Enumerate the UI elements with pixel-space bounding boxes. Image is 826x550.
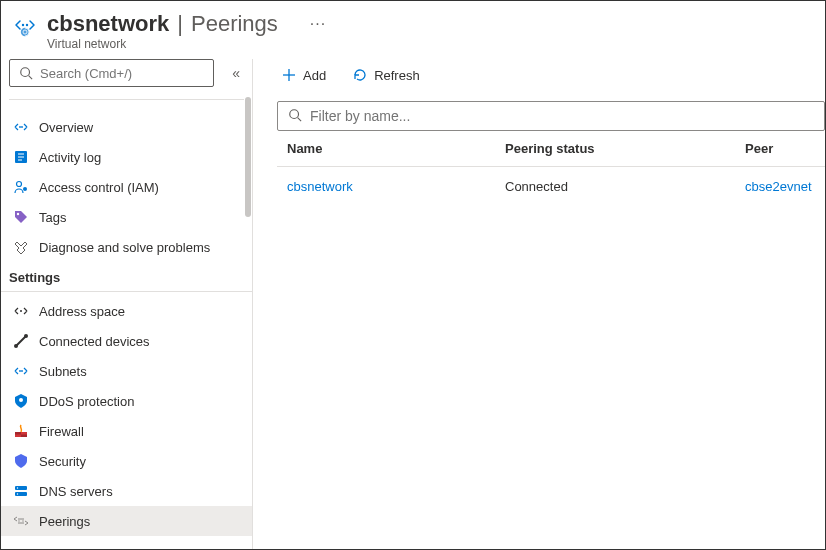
sidebar-item-label: DDoS protection (39, 394, 134, 409)
svg-point-27 (18, 520, 19, 521)
ddos-protection-icon (13, 393, 29, 409)
page-header: cbsnetwork | Peerings ··· Virtual networ… (1, 1, 825, 59)
refresh-icon (352, 67, 368, 83)
address-space-icon (13, 303, 29, 319)
sidebar-item-label: Overview (39, 120, 93, 135)
sidebar-item-label: Activity log (39, 150, 101, 165)
svg-point-14 (20, 310, 22, 312)
toolbar: Add Refresh (277, 59, 825, 101)
svg-point-5 (19, 126, 21, 128)
sidebar-item-label: Firewall (39, 424, 84, 439)
svg-point-18 (21, 370, 23, 372)
svg-point-16 (24, 334, 28, 338)
svg-point-31 (290, 109, 299, 118)
plus-icon (281, 67, 297, 83)
svg-rect-23 (15, 486, 27, 490)
filter-input[interactable] (310, 108, 814, 124)
page-title: Peerings (191, 11, 278, 37)
svg-rect-21 (15, 432, 21, 435)
sidebar-item-ddos-protection[interactable]: DDoS protection (1, 386, 252, 416)
sidebar-search[interactable] (9, 59, 214, 87)
svg-rect-22 (21, 435, 27, 438)
sidebar-item-label: Address space (39, 304, 125, 319)
nav-list: Overview Activity log Access control (IA… (1, 104, 252, 536)
dns-servers-icon (13, 483, 29, 499)
table-row[interactable]: cbsnetwork Connected cbse2evnet (277, 167, 825, 206)
security-icon (13, 453, 29, 469)
main-content: Add Refresh Name Peering status Peer cbs… (253, 59, 825, 549)
svg-point-15 (14, 344, 18, 348)
svg-rect-24 (15, 492, 27, 496)
table-header: Name Peering status Peer (277, 131, 825, 167)
add-label: Add (303, 68, 326, 83)
svg-point-1 (26, 24, 28, 26)
svg-point-11 (17, 182, 22, 187)
sidebar-item-subnets[interactable]: Subnets (1, 356, 252, 386)
sidebar-item-security[interactable]: Security (1, 446, 252, 476)
svg-point-6 (21, 126, 23, 128)
collapse-sidebar-button[interactable]: « (228, 61, 244, 85)
sidebar-item-diagnose[interactable]: Diagnose and solve problems (1, 232, 252, 262)
resource-type-label: Virtual network (47, 37, 809, 51)
sidebar-item-label: Connected devices (39, 334, 150, 349)
sidebar-item-label: Subnets (39, 364, 87, 379)
svg-point-28 (22, 520, 23, 521)
diagnose-icon (13, 239, 29, 255)
resource-title: cbsnetwork (47, 11, 169, 37)
add-button[interactable]: Add (277, 63, 330, 87)
sidebar-item-activity-log[interactable]: Activity log (1, 142, 252, 172)
sidebar-item-access-control[interactable]: Access control (IAM) (1, 172, 252, 202)
svg-point-13 (17, 213, 19, 215)
search-icon (18, 65, 34, 81)
peerings-icon (13, 513, 29, 529)
subnets-icon (13, 363, 29, 379)
title-separator: | (177, 11, 183, 37)
column-peer[interactable]: Peer (745, 141, 815, 156)
sidebar-item-connected-devices[interactable]: Connected devices (1, 326, 252, 356)
refresh-button[interactable]: Refresh (348, 63, 424, 87)
sidebar-item-label: Diagnose and solve problems (39, 240, 210, 255)
virtual-network-icon (13, 13, 37, 37)
sidebar-item-tags[interactable]: Tags (1, 202, 252, 232)
peering-name-link[interactable]: cbsnetwork (287, 179, 505, 194)
svg-point-17 (19, 370, 21, 372)
sidebar-item-label: Access control (IAM) (39, 180, 159, 195)
activity-log-icon (13, 149, 29, 165)
svg-point-25 (17, 487, 18, 488)
sidebar-item-dns-servers[interactable]: DNS servers (1, 476, 252, 506)
sidebar: « Overview Activity log Access contro (1, 59, 253, 549)
more-menu-button[interactable]: ··· (286, 15, 326, 33)
tags-icon (13, 209, 29, 225)
sidebar-item-firewall[interactable]: Firewall (1, 416, 252, 446)
sidebar-item-peerings[interactable]: Peerings (1, 506, 252, 536)
connected-devices-icon (13, 333, 29, 349)
sidebar-item-label: Peerings (39, 514, 90, 529)
column-status[interactable]: Peering status (505, 141, 745, 156)
column-name[interactable]: Name (287, 141, 505, 156)
sidebar-item-label: Security (39, 454, 86, 469)
overview-icon (13, 119, 29, 135)
sidebar-item-label: Tags (39, 210, 66, 225)
svg-point-26 (17, 493, 18, 494)
settings-section-header: Settings (1, 262, 252, 292)
peering-status: Connected (505, 179, 745, 194)
sidebar-item-address-space[interactable]: Address space (1, 296, 252, 326)
filter-box[interactable] (277, 101, 825, 131)
firewall-icon (13, 423, 29, 439)
peer-link[interactable]: cbse2evnet (745, 179, 815, 194)
refresh-label: Refresh (374, 68, 420, 83)
sidebar-search-input[interactable] (40, 66, 205, 81)
sidebar-scrollbar[interactable] (245, 97, 253, 537)
svg-line-4 (29, 76, 33, 80)
access-control-icon (13, 179, 29, 195)
search-icon (288, 108, 302, 125)
svg-point-0 (22, 24, 24, 26)
sidebar-item-label: DNS servers (39, 484, 113, 499)
svg-point-12 (23, 187, 27, 191)
svg-point-19 (19, 398, 23, 402)
sidebar-item-overview[interactable]: Overview (1, 112, 252, 142)
svg-point-3 (21, 68, 30, 77)
svg-line-32 (298, 117, 302, 121)
